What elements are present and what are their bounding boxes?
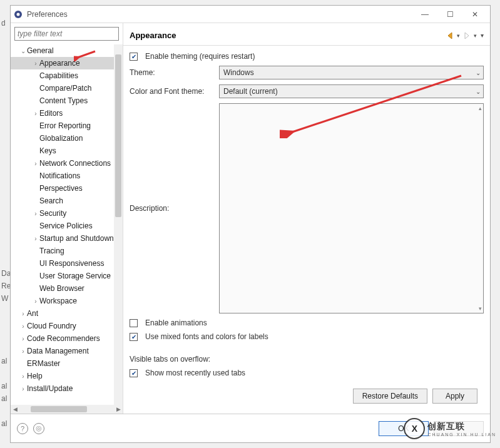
chevron-right-icon[interactable]: › <box>32 298 39 305</box>
chevron-right-icon[interactable]: › <box>19 373 27 380</box>
preferences-tree: ⌄General›AppearanceCapabilitiesCompare/P… <box>11 44 123 414</box>
tree-horizontal-scrollbar[interactable]: ◀▶ <box>11 405 123 414</box>
tree-item-cloud-foundry[interactable]: ›Cloud Foundry <box>11 320 123 332</box>
tree-item-label: Cloud Foundry <box>27 322 76 330</box>
scroll-up-icon[interactable]: ▴ <box>479 105 482 111</box>
tree-item-label: Network Connections <box>39 159 111 168</box>
chevron-right-icon[interactable]: › <box>32 160 39 167</box>
tree-item-security[interactable]: ›Security <box>11 207 123 220</box>
description-label: Description: <box>130 204 214 213</box>
tree-item-content-types[interactable]: Content Types <box>11 94 123 107</box>
minimize-button[interactable]: — <box>412 6 437 23</box>
chevron-down-icon[interactable]: ⌄ <box>19 48 27 54</box>
tree-item-label: ERMaster <box>27 359 60 368</box>
restore-defaults-button[interactable]: Restore Defaults <box>353 389 427 404</box>
chevron-right-icon[interactable]: › <box>32 110 39 117</box>
use-mixed-fonts-checkbox[interactable] <box>130 333 138 341</box>
tree-item-label: Capabilities <box>39 71 78 80</box>
chevron-right-icon[interactable]: › <box>32 210 39 217</box>
tree-item-workspace[interactable]: ›Workspace <box>11 295 123 307</box>
apply-button[interactable]: Apply <box>432 389 477 404</box>
nav-back-icon[interactable]: ▾ <box>447 32 460 39</box>
import-export-icon[interactable]: ◎ <box>33 423 44 434</box>
watermark: X 创新互联 CHUANG XIN HU LIAN <box>404 418 496 439</box>
show-mru-checkbox[interactable] <box>130 369 138 377</box>
tree-item-label: Compare/Patch <box>39 84 91 93</box>
chevron-down-icon: ⌄ <box>476 69 481 76</box>
maximize-button[interactable]: ☐ <box>437 6 462 23</box>
background-bleed: dDaReWalalalal <box>0 19 10 448</box>
tree-item-ermaster[interactable]: ERMaster <box>11 357 123 370</box>
tree-item-label: Ant <box>27 309 38 318</box>
tree-item-help[interactable]: ›Help <box>11 370 123 382</box>
theme-select[interactable]: Windows⌄ <box>219 66 484 79</box>
tree-item-label: Security <box>39 209 66 218</box>
watermark-text: 创新互联 <box>427 421 465 431</box>
tree-item-keys[interactable]: Keys <box>11 145 123 157</box>
chevron-right-icon[interactable]: › <box>19 323 27 330</box>
tree-vertical-scrollbar[interactable] <box>114 44 123 405</box>
chevron-right-icon[interactable]: › <box>19 348 27 355</box>
close-button[interactable]: ✕ <box>462 6 487 23</box>
tree-item-notifications[interactable]: Notifications <box>11 170 123 182</box>
sidebar: ⌄General›AppearanceCapabilitiesCompare/P… <box>11 23 123 414</box>
colorfont-select[interactable]: Default (current)⌄ <box>219 84 484 98</box>
tree-item-install-update[interactable]: ›Install/Update <box>11 382 123 395</box>
tree-item-general[interactable]: ⌄General <box>11 44 123 57</box>
svg-point-1 <box>17 13 20 16</box>
tree-item-network-connections[interactable]: ›Network Connections <box>11 157 123 170</box>
tree-item-label: Search <box>39 196 63 205</box>
tree-item-ui-responsiveness[interactable]: UI Responsiveness <box>11 257 123 270</box>
tree-item-label: Web Browser <box>39 284 84 293</box>
watermark-subtext: CHUANG XIN HU LIAN <box>427 432 496 437</box>
tree-item-ant[interactable]: ›Ant <box>11 307 123 320</box>
tree-item-user-storage-service[interactable]: User Storage Service <box>11 270 123 282</box>
tree-item-web-browser[interactable]: Web Browser <box>11 282 123 295</box>
theme-label: Theme: <box>130 68 214 77</box>
tree-item-tracing[interactable]: Tracing <box>11 245 123 257</box>
window-title: Preferences <box>27 10 412 19</box>
tree-item-editors[interactable]: ›Editors <box>11 107 123 120</box>
enable-animations-checkbox[interactable] <box>130 319 138 327</box>
colorfont-label: Color and Font theme: <box>130 87 214 96</box>
tree-item-error-reporting[interactable]: Error Reporting <box>11 120 123 132</box>
tree-item-label: User Storage Service <box>39 272 111 280</box>
nav-menu-icon[interactable]: ▾ <box>481 32 484 39</box>
enable-theming-checkbox[interactable] <box>130 53 138 61</box>
watermark-logo: X <box>404 418 425 439</box>
tree-item-service-policies[interactable]: Service Policies <box>11 220 123 232</box>
chevron-right-icon[interactable]: › <box>32 60 39 67</box>
tree-item-label: Error Reporting <box>39 121 91 130</box>
tree-item-globalization[interactable]: Globalization <box>11 132 123 145</box>
tree-item-label: Content Types <box>39 96 88 105</box>
tree-item-label: Help <box>27 372 43 380</box>
preferences-window: Preferences — ☐ ✕ ⌄General›AppearanceCap… <box>10 5 491 443</box>
help-icon[interactable]: ? <box>17 423 28 434</box>
description-textarea[interactable]: ▴ ▾ <box>219 103 484 313</box>
tree-item-compare-patch[interactable]: Compare/Patch <box>11 82 123 94</box>
content-pane: Appearance ▾ ▾ ▾ Enable theming (require… <box>123 23 490 414</box>
tree-item-label: Workspace <box>39 297 77 305</box>
tree-item-label: Globalization <box>39 134 83 143</box>
chevron-right-icon[interactable]: › <box>19 385 27 392</box>
tree-item-code-recommenders[interactable]: ›Code Recommenders <box>11 332 123 345</box>
chevron-right-icon[interactable]: › <box>19 310 27 317</box>
tree-item-perspectives[interactable]: Perspectives <box>11 182 123 195</box>
tree-item-appearance[interactable]: ›Appearance <box>11 57 123 69</box>
titlebar: Preferences — ☐ ✕ <box>11 6 490 23</box>
tree-item-data-management[interactable]: ›Data Management <box>11 345 123 357</box>
tree-item-search[interactable]: Search <box>11 195 123 207</box>
scroll-down-icon[interactable]: ▾ <box>479 305 482 312</box>
chevron-down-icon: ⌄ <box>476 88 481 95</box>
filter-input[interactable] <box>14 27 119 41</box>
use-mixed-fonts-label: Use mixed fonts and colors for labels <box>145 332 268 341</box>
tree-item-label: Service Policies <box>39 221 93 230</box>
nav-forward-icon[interactable]: ▾ <box>464 32 477 39</box>
tree-item-startup-and-shutdown[interactable]: ›Startup and Shutdown <box>11 232 123 245</box>
tree-item-label: Code Recommenders <box>27 334 100 343</box>
chevron-right-icon[interactable]: › <box>19 335 27 342</box>
tree-item-label: UI Responsiveness <box>39 259 104 268</box>
tree-item-capabilities[interactable]: Capabilities <box>11 69 123 82</box>
chevron-right-icon[interactable]: › <box>32 235 39 242</box>
app-icon <box>13 9 23 19</box>
